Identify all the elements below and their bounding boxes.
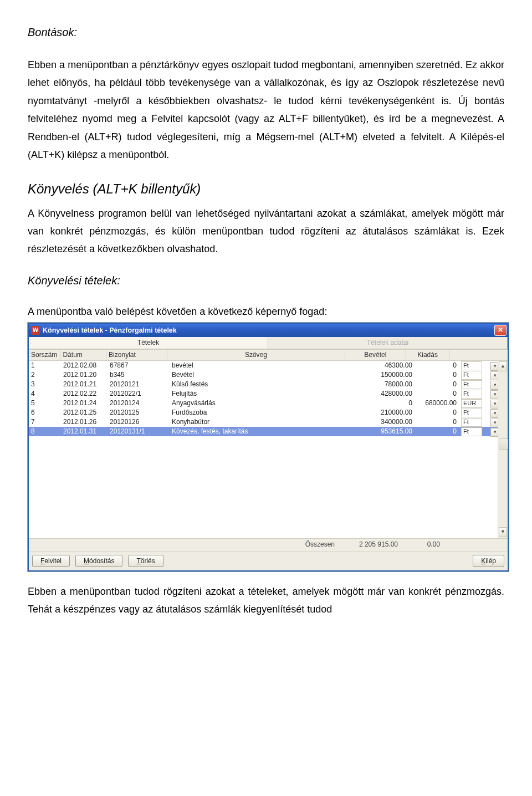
window-title: Könyvelési tételek - Pénzforgalmi tétele… [43, 324, 177, 337]
currency-select[interactable]: Ft [461, 427, 482, 436]
torles-button[interactable]: Törlés [128, 555, 163, 567]
paragraph-konyveles: A Könyvelness programon belül van lehető… [28, 205, 504, 258]
app-icon: W [31, 326, 40, 335]
vertical-scrollbar[interactable]: ▲ ▼ [498, 361, 508, 538]
scroll-thumb[interactable] [499, 438, 508, 450]
tab-tetelek-adatai[interactable]: Tételek adatai [268, 337, 508, 349]
close-icon[interactable]: ✕ [494, 325, 507, 336]
table-row[interactable]: 82012.01.3120120131/1Kövezés, festés, ta… [29, 427, 508, 436]
screenshot-caption: A menüpontba való belépést követően a kö… [28, 303, 504, 320]
heading-konyveles: Könyvelés (ALT+K billentyűk) [28, 177, 504, 201]
heading-konyvelesi-tetelek: Könyvelési tételek: [28, 271, 504, 290]
paragraph-after-window: Ebben a menüpontban tudod rögzíteni azok… [28, 583, 504, 619]
tab-tetelek[interactable]: Tételek [29, 337, 268, 349]
tab-strip: Tételek Tételek adatai [29, 337, 508, 349]
felvitel-button[interactable]: Felvitel [32, 555, 70, 567]
titlebar[interactable]: W Könyvelési tételek - Pénzforgalmi téte… [29, 324, 508, 337]
heading-bontasok: Bontások: [28, 22, 504, 42]
summary-kiadas: 0.00 [400, 539, 442, 551]
summary-label: Összesen [156, 539, 340, 551]
summary-bevetel: 2 205 915.00 [340, 539, 400, 551]
scroll-up-icon[interactable]: ▲ [499, 361, 507, 371]
button-bar: Felvitel Módosítás Törlés Kilép [29, 551, 508, 570]
scroll-down-icon[interactable]: ▼ [499, 527, 507, 537]
modositas-button[interactable]: Módosítás [75, 555, 122, 567]
kilep-button[interactable]: Kilép [473, 555, 504, 567]
grid-body: 12012.02.0867867bevétel46300.000Ft▾22012… [29, 361, 508, 538]
summary-row: Összesen 2 205 915.00 0.00 [29, 538, 508, 551]
paragraph-bontasok: Ebben a menüpontban a pénztárkönyv egyes… [28, 56, 504, 164]
app-window: W Könyvelési tételek - Pénzforgalmi téte… [28, 323, 509, 572]
